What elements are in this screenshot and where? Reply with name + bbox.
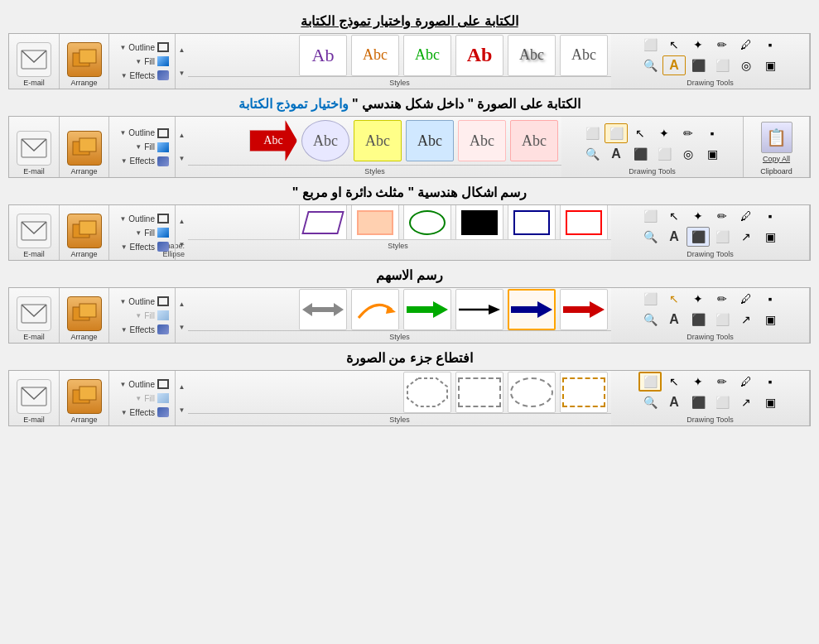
dt3-icon-5[interactable]: 🖊 [735,206,758,226]
dt4-icon-8[interactable]: A [662,310,686,329]
dt4-icon-4[interactable]: ✏ [711,289,734,309]
email-icon-3[interactable] [17,214,51,248]
dt-icon-select[interactable]: ⬜ [638,35,662,55]
style-item-3-6[interactable] [299,205,347,239]
fill-btn-2[interactable]: Fill ▼ [113,141,171,154]
style-item-5-1[interactable] [560,372,608,413]
dt3-icon-4[interactable]: ✏ [711,206,734,226]
dt5-icon-10[interactable]: ⬜ [711,392,734,412]
fill-btn-1[interactable]: Fill ▼ [113,55,171,68]
style-item-2-5[interactable]: Abc [301,120,349,161]
dt5-icon-6[interactable]: ▪ [759,372,782,392]
scroll-down-4[interactable]: ▼ [176,315,189,339]
dt-icon-highlight[interactable]: 🖊 [735,35,758,55]
dt4-icon-1[interactable]: ⬜ [638,289,662,309]
fill-btn-4[interactable]: Fill ▼ [113,309,171,322]
style-item-2-4[interactable]: Abc [354,120,402,161]
style-item-3-4[interactable] [403,205,451,239]
style-item-2-6[interactable]: Abc [249,120,297,161]
style-item-1-1[interactable]: Abc [560,35,608,76]
outline-btn-5[interactable]: Outline ▼ [113,377,171,391]
dt5-icon-9[interactable]: ⬛ [687,392,710,412]
dt4-icon-6[interactable]: ▪ [759,289,782,309]
arrange-icon-4[interactable] [67,296,102,331]
style-item-4-3[interactable] [455,289,503,330]
dt-icon-eraser[interactable]: ▪ [759,35,782,55]
arrange-icon-1[interactable] [67,42,102,77]
dt5-icon-1[interactable]: ⬜ [638,372,662,392]
scroll-up-2[interactable]: ▲ [176,124,189,147]
dt3-icon-3[interactable]: ✦ [687,206,710,226]
effects-btn-4[interactable]: Effects ▼ [113,323,171,336]
style-item-3-2[interactable] [508,205,556,239]
dt3-icon-8[interactable]: A [662,227,686,247]
dt-icon-copy[interactable]: ⬜ [711,55,734,75]
outline-btn-1[interactable]: Outline ▼ [113,41,171,54]
dt5-icon-12[interactable]: ▣ [759,392,782,412]
dt-icon-pencil[interactable]: ✏ [711,35,734,55]
dt2-icon-6[interactable]: ▪ [701,123,724,143]
dt3-icon-1[interactable]: ⬜ [638,206,662,226]
scroll-down-1[interactable]: ▼ [176,61,189,84]
outline-btn-3[interactable]: Outline ▼ [113,212,171,225]
dt5-icon-5[interactable]: 🖊 [735,372,758,392]
outline-btn-4[interactable]: Outline ▼ [113,295,171,308]
style-item-3-3[interactable] [455,205,503,239]
style-item-4-2[interactable] [508,289,556,330]
dt2-icon-8[interactable]: A [605,144,628,164]
fill-btn-3[interactable]: Fill ▼ [113,226,171,239]
dt-icon-cursor[interactable]: ↖ [662,35,686,55]
dt4-icon-2[interactable]: ↖ [662,289,686,309]
dt-icon-shape[interactable]: ◎ [735,55,758,75]
email-icon-4[interactable] [17,296,51,331]
dt5-icon-11[interactable]: ↗ [735,392,758,412]
dt3-icon-9[interactable]: ⬛ [687,227,710,247]
style-item-5-3[interactable] [455,372,503,413]
style-item-5-2[interactable] [508,372,556,413]
style-item-4-6[interactable] [299,289,347,330]
style-item-1-3[interactable]: Ab [455,35,503,76]
dt-icon-fill[interactable]: ▣ [759,55,782,75]
style-item-1-2[interactable]: Abc [508,35,556,76]
scroll-down-2[interactable]: ▼ [176,147,189,171]
dt3-icon-11[interactable]: ↗ [735,227,758,247]
dt3-icon-12[interactable]: ▣ [759,227,782,247]
style-item-4-4[interactable] [403,289,451,330]
dt4-icon-10[interactable]: ⬜ [711,310,734,329]
scroll-up-5[interactable]: ▲ [176,375,189,398]
dt-icon-zoom[interactable]: 🔍 [638,55,662,75]
dt4-icon-11[interactable]: ↗ [735,310,758,329]
dt3-icon-10[interactable]: ⬜ [711,227,734,247]
effects-btn-5[interactable]: Effects ▼ [113,406,171,419]
style-item-1-5[interactable]: Abc [351,35,399,76]
dt-icon-text[interactable]: A [662,55,686,75]
dt4-icon-7[interactable]: 🔍 [638,310,662,329]
dt5-icon-8[interactable]: A [662,392,686,412]
dt-icon-star[interactable]: ✦ [687,35,710,55]
style-item-3-1[interactable] [560,205,608,239]
dt5-icon-3[interactable]: ✦ [687,372,710,392]
dt-icon-crop[interactable]: ⬛ [687,55,710,75]
scroll-up-4[interactable]: ▲ [176,292,189,315]
style-item-4-5[interactable] [351,289,399,330]
paste-icon[interactable]: 📋 [761,122,793,153]
scroll-down-5[interactable]: ▼ [176,398,189,421]
dt5-icon-7[interactable]: 🔍 [638,392,662,412]
fill-btn-5[interactable]: Fill ▼ [113,392,171,405]
dt2-icon-4[interactable]: ✦ [653,123,676,143]
style-item-2-3[interactable]: Abc [406,120,454,161]
effects-btn-3[interactable]: Effects ▼ [113,240,171,253]
dt2-icon-12[interactable]: ▣ [701,144,724,164]
dt2-icon-10[interactable]: ⬜ [653,144,676,164]
dt4-icon-3[interactable]: ✦ [687,289,710,309]
email-icon-5[interactable] [17,379,51,414]
dt3-icon-7[interactable]: 🔍 [638,227,662,247]
dt5-icon-4[interactable]: ✏ [711,372,734,392]
arrange-icon-3[interactable] [67,214,102,248]
dt2-icon-9[interactable]: ⬛ [629,144,652,164]
scroll-up-3[interactable]: ▲ [176,209,189,233]
arrange-icon-2[interactable] [67,131,102,166]
style-item-2-2[interactable]: Abc [458,120,506,161]
style-item-1-6[interactable]: Ab [299,35,347,76]
dt5-icon-2[interactable]: ↖ [662,372,686,392]
